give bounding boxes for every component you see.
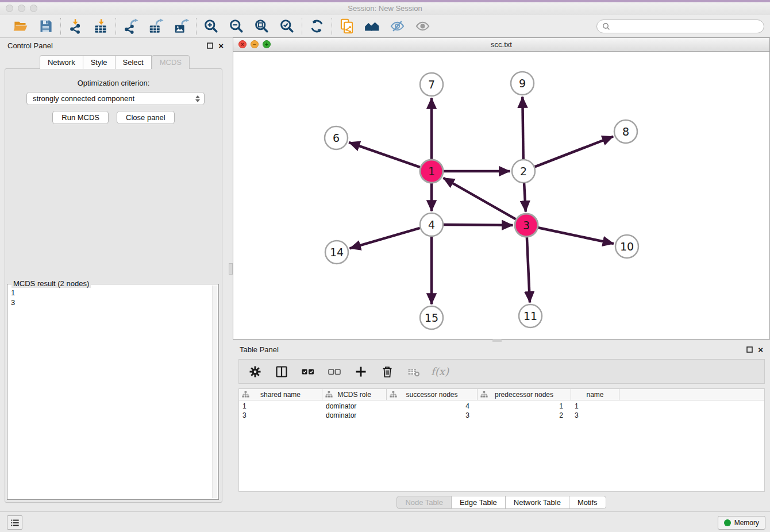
tab-select[interactable]: Select [116, 55, 152, 69]
network-window-titlebar[interactable]: × − + scc.txt [233, 38, 769, 52]
float-panel-icon[interactable] [207, 43, 213, 49]
svg-text:6: 6 [333, 132, 340, 144]
tab-network-table[interactable]: Network Table [506, 496, 569, 509]
close-table-panel-icon[interactable]: × [758, 345, 763, 354]
table-cell: 2 [478, 411, 571, 420]
import-table-icon [93, 18, 109, 34]
zoom-out-icon [229, 18, 244, 34]
node-7[interactable]: 7 [420, 73, 443, 96]
export-image-button[interactable] [173, 18, 190, 34]
open-session-button[interactable] [12, 18, 29, 34]
zoom-selected-button[interactable] [279, 18, 295, 34]
node-10[interactable]: 10 [615, 235, 638, 258]
svg-text:15: 15 [425, 311, 438, 324]
network-canvas[interactable]: 1234678910111415 [233, 51, 769, 339]
network-window-title: scc.txt [491, 40, 512, 49]
zoom-in-button[interactable] [203, 18, 220, 34]
edge-1-6[interactable] [349, 142, 420, 167]
table-settings-button[interactable] [248, 364, 262, 379]
columns-icon [275, 365, 288, 379]
edge-2-9[interactable] [522, 97, 523, 160]
memory-button[interactable]: Memory [718, 516, 765, 530]
table-header-row: shared nameMCDS rolesuccessor nodesprede… [239, 389, 764, 400]
vertical-splitter-handle[interactable] [229, 263, 233, 275]
import-network-button[interactable] [67, 18, 84, 34]
tab-network[interactable]: Network [40, 55, 83, 69]
close-panel-button[interactable]: Close panel [117, 111, 175, 124]
main-toolbar [0, 15, 770, 38]
status-bar: Memory [0, 511, 770, 532]
table-row[interactable]: 1dominator411 [239, 402, 764, 411]
float-table-panel-icon[interactable] [746, 346, 753, 353]
control-panel-title: Control Panel [7, 41, 53, 50]
tab-edge-table[interactable]: Edge Table [452, 496, 506, 509]
edge-4-14[interactable] [350, 228, 420, 249]
node-9[interactable]: 9 [511, 72, 534, 95]
column-header-predecessor-nodes[interactable]: predecessor nodes [478, 389, 571, 400]
delete-column-button[interactable] [380, 364, 394, 379]
search-input[interactable] [614, 22, 759, 31]
node-3[interactable]: 3 [515, 214, 538, 237]
hierarchy-icon [242, 391, 249, 398]
column-header-mcds-role[interactable]: MCDS role [322, 389, 387, 400]
tab-mcds[interactable]: MCDS [152, 55, 190, 69]
edge-3-10[interactable] [538, 228, 614, 244]
run-mcds-button[interactable]: Run MCDS [52, 111, 109, 124]
edge-4-3[interactable] [444, 225, 513, 225]
edge-3-1[interactable] [443, 178, 515, 219]
table-row[interactable]: 3dominator323 [239, 411, 764, 420]
apply-layout-button[interactable] [309, 18, 325, 34]
node-6[interactable]: 6 [325, 126, 348, 149]
open-folder-icon [13, 18, 28, 34]
node-8[interactable]: 8 [614, 120, 637, 143]
zoom-fit-button[interactable] [253, 18, 270, 34]
table-panel: Table Panel × [233, 342, 770, 511]
svg-text:4: 4 [428, 218, 435, 231]
node-1[interactable]: 1 [420, 160, 443, 183]
show-columns-button[interactable] [274, 364, 288, 379]
task-history-button[interactable] [7, 515, 22, 530]
hide-graphics-button[interactable] [389, 18, 406, 34]
show-graphics-button[interactable] [414, 18, 431, 34]
edge-2-3[interactable] [524, 183, 526, 212]
column-header-name[interactable]: name [571, 389, 619, 400]
node-4[interactable]: 4 [420, 213, 443, 236]
zoom-out-button[interactable] [228, 18, 245, 34]
node-15[interactable]: 15 [420, 306, 443, 329]
zoom-selected-icon [279, 18, 295, 34]
home-layout-button[interactable] [364, 18, 380, 34]
network-maximize-icon[interactable]: + [263, 40, 271, 48]
node-11[interactable]: 11 [519, 304, 542, 327]
window-controls[interactable] [6, 5, 37, 12]
column-header-successor-nodes[interactable]: successor nodes [387, 389, 478, 400]
import-table-button[interactable] [93, 18, 109, 34]
node-2[interactable]: 2 [512, 160, 535, 183]
table-toolbar: f(x) [238, 359, 765, 384]
tab-node-table[interactable]: Node Table [396, 496, 452, 509]
network-close-icon[interactable]: × [238, 40, 247, 48]
close-panel-icon[interactable]: × [218, 41, 224, 50]
add-column-button[interactable] [353, 364, 368, 379]
duplicate-network-icon [339, 18, 355, 34]
network-minimize-icon[interactable]: − [251, 40, 259, 48]
maximize-window-button[interactable] [30, 5, 37, 12]
hierarchy-icon [390, 391, 397, 398]
tab-style[interactable]: Style [83, 55, 116, 69]
deselect-all-button[interactable] [327, 364, 341, 379]
save-session-button[interactable] [37, 18, 54, 34]
edge-3-11[interactable] [527, 237, 530, 303]
minimize-window-button[interactable] [18, 5, 25, 12]
result-scrollbar[interactable] [212, 286, 217, 498]
edge-2-8[interactable] [535, 137, 614, 167]
export-network-button[interactable] [122, 18, 139, 34]
column-header-shared-name[interactable]: shared name [239, 389, 322, 400]
tab-motifs[interactable]: Motifs [569, 496, 606, 509]
export-table-button[interactable] [148, 18, 164, 34]
close-window-button[interactable] [6, 5, 13, 12]
select-all-button[interactable] [301, 364, 315, 379]
optimization-dropdown[interactable]: strongly connected component [26, 92, 205, 105]
search-box[interactable] [596, 20, 764, 33]
new-network-button[interactable] [338, 18, 355, 34]
table-cell: 3 [387, 411, 478, 420]
node-14[interactable]: 14 [325, 241, 348, 264]
